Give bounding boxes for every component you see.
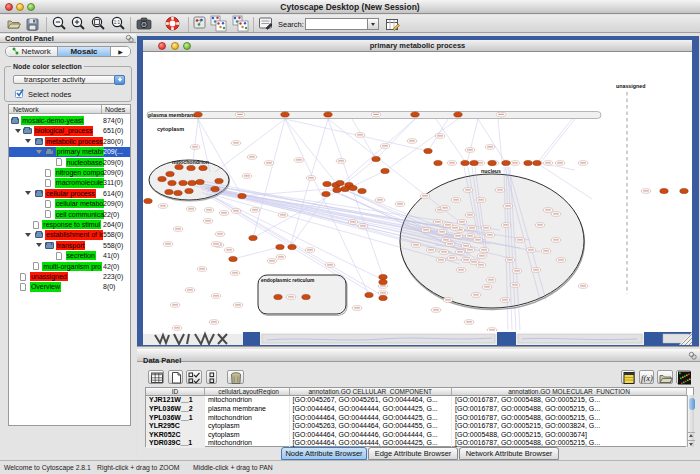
svg-text:unassigned: unassigned (616, 83, 645, 89)
svg-text:plasma membrane: plasma membrane (148, 112, 196, 118)
svg-text:1:1: 1:1 (114, 20, 121, 25)
svg-text:endoplasmic reticulum: endoplasmic reticulum (261, 278, 315, 283)
svg-text:nucleus: nucleus (481, 168, 501, 174)
svg-text:mitochondrion: mitochondrion (172, 159, 209, 165)
svg-text:cytoplasm: cytoplasm (157, 126, 184, 132)
svg-text:f(x): f(x) (641, 373, 653, 383)
